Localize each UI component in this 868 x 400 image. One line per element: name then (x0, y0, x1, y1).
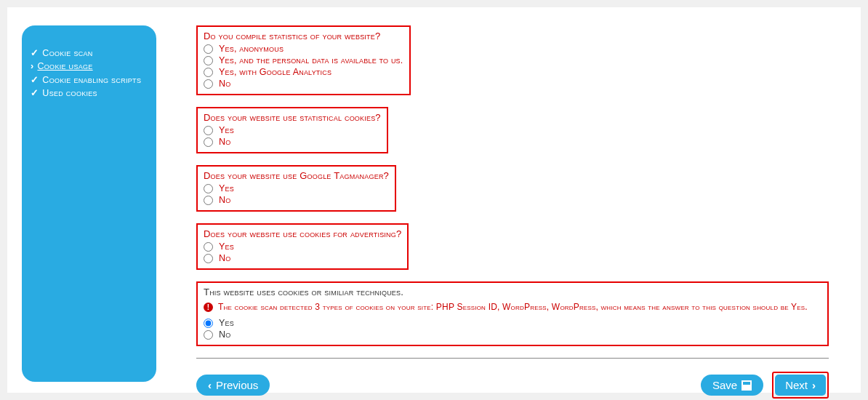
sidebar-item-cookie-scan[interactable]: ✓ Cookie scan (31, 47, 148, 59)
next-highlight: Next › (772, 372, 829, 399)
button-label: Next (785, 379, 808, 391)
radio-yes[interactable] (204, 319, 213, 328)
sidebar-item-cookie-usage[interactable]: › Cookie usage (31, 60, 148, 72)
radio-no[interactable] (204, 137, 213, 147)
previous-button[interactable]: ‹ Previous (196, 375, 270, 396)
option-label: Yes (219, 318, 234, 328)
radio-yes-anonymous[interactable] (204, 44, 213, 54)
option-label: No (219, 79, 230, 89)
radio-yes-google-analytics[interactable] (204, 68, 213, 77)
sidebar-item-label: Cookie scan (42, 47, 92, 59)
question-google-tagmanager: Does your website use Google Tagmanager?… (196, 165, 396, 212)
option-label: No (219, 137, 230, 147)
question-title: Does your website use Google Tagmanager? (204, 170, 389, 181)
question-uses-cookies: This website uses cookies or similiar te… (196, 281, 829, 346)
radio-no[interactable] (204, 196, 213, 205)
sidebar-item-used-cookies[interactable]: ✓ Used cookies (31, 87, 148, 99)
sidebar-item-label: Cookie usage (37, 60, 92, 72)
sidebar-item-cookie-enabling-scripts[interactable]: ✓ Cookie enabling scripts (31, 74, 148, 86)
chevron-right-icon: › (812, 379, 816, 391)
option-label: No (219, 253, 230, 263)
chevron-right-icon: › (31, 60, 33, 72)
radio-yes[interactable] (204, 126, 213, 135)
question-title: This website uses cookies or similiar te… (204, 287, 821, 297)
question-statistics: Do you compile statistics of your websit… (196, 25, 411, 95)
option-label: Yes (219, 241, 234, 252)
wizard-main: Do you compile statistics of your websit… (196, 25, 846, 399)
question-statistical-cookies: Does your website use statistical cookie… (196, 107, 388, 153)
sidebar-item-label: Used cookies (42, 87, 97, 99)
radio-yes[interactable] (204, 184, 213, 193)
option-label: Yes, anonymous (219, 44, 284, 54)
check-icon: ✓ (31, 47, 39, 59)
question-title: Does your website use statistical cookie… (204, 112, 381, 123)
question-title: Do you compile statistics of your websit… (204, 31, 403, 41)
check-icon: ✓ (31, 74, 39, 86)
radio-no[interactable] (204, 254, 213, 263)
radio-no[interactable] (204, 330, 213, 340)
option-label: Yes (219, 125, 234, 135)
question-title: Does your website use cookies for advert… (204, 228, 401, 239)
option-label: No (219, 329, 230, 340)
alert-icon: ! (204, 303, 213, 312)
button-label: Save (712, 379, 737, 391)
question-advertising-cookies: Does your website use cookies for advert… (196, 223, 409, 270)
radio-yes-personal-data[interactable] (204, 56, 213, 65)
sidebar-item-label: Cookie enabling scripts (42, 74, 141, 86)
check-icon: ✓ (31, 87, 39, 99)
option-label: No (219, 195, 230, 205)
option-label: Yes, and the personal data is available … (219, 55, 403, 65)
wizard-footer: ‹ Previous Save Next › (196, 372, 829, 399)
option-label: Yes, with Google Analytics (219, 67, 331, 77)
radio-yes[interactable] (204, 242, 213, 252)
chevron-left-icon: ‹ (208, 379, 212, 391)
wizard-sidebar: ✓ Cookie scan › Cookie usage ✓ Cookie en… (22, 25, 156, 382)
radio-no[interactable] (204, 79, 213, 89)
button-label: Previous (216, 379, 258, 391)
option-label: Yes (219, 183, 234, 193)
save-button[interactable]: Save (701, 375, 763, 396)
divider (196, 358, 829, 359)
alert-text: The cookie scan detected 3 types of cook… (218, 302, 808, 312)
save-icon (742, 380, 752, 391)
alert-message: ! The cookie scan detected 3 types of co… (204, 302, 821, 312)
next-button[interactable]: Next › (775, 375, 826, 396)
